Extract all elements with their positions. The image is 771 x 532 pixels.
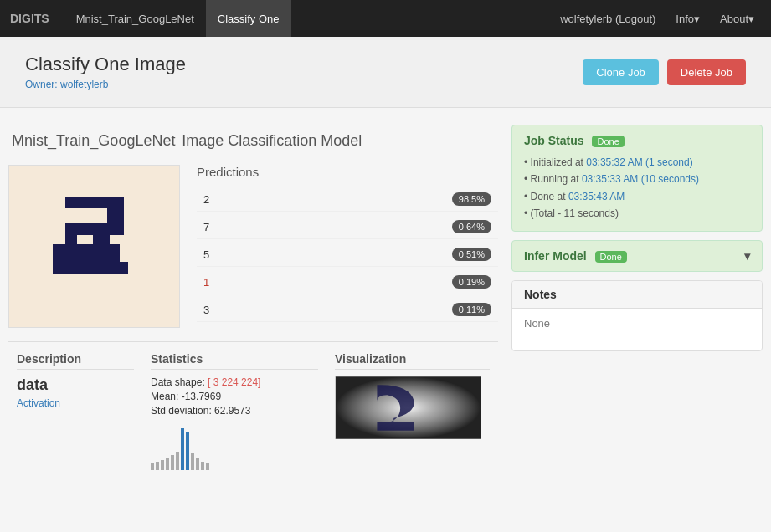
activation-label[interactable]: Activation [17,397,134,409]
job-status-item-2: Running at 03:35:33 AM (10 seconds) [524,171,750,187]
infer-model-label: Infer Model [524,249,587,263]
infer-model-box[interactable]: Infer Model Done ▾ [511,240,763,272]
svg-rect-9 [93,233,110,248]
job-status-item-4: (Total - 11 seconds) [524,205,750,222]
bar-7 [181,428,184,470]
job-status-item-1: Initialized at 03:35:32 AM (1 second) [524,154,750,171]
bar-10 [196,458,199,470]
prediction-row: 3 0.11% [197,298,498,322]
prediction-row: 5 0.51% [197,243,498,267]
statistics-header: Statistics [151,352,318,370]
delete-job-button[interactable]: Delete Job [667,59,746,85]
job-status-title: Job Status Done [524,134,750,147]
image-predictions-section: Predictions 2 98.5% 7 0.64% 5 0.51% [8,165,498,328]
description-column: Description data Activation [17,352,134,470]
page-header: Classify One Image Owner: wolfetylerb Cl… [0,37,771,108]
navbar-info[interactable]: Info▾ [669,13,707,25]
header-buttons: Clone Job Delete Job [583,59,746,85]
bar-4 [166,458,169,470]
owner-label: Owner: [25,79,58,90]
pred-value-3: 0.19% [452,275,491,289]
left-panel: Mnist_Train_GoogLeNet Image Classificati… [8,125,498,470]
data-label: data [17,376,134,394]
navbar: DIGITS Mnist_Train_GoogLeNet Classify On… [0,0,771,37]
mean-value: -13.7969 [182,391,221,402]
bar-5 [171,455,174,470]
notes-header: Notes [512,281,762,309]
navbar-item-classify-one[interactable]: Classify One [206,0,291,37]
bar-2 [156,462,159,470]
navbar-about[interactable]: About▾ [713,13,761,25]
digit-image [36,182,153,311]
page-title: Classify One Image [25,54,186,75]
visualization-image [335,376,481,439]
job-status-item-3: Done at 03:35:43 AM [524,188,750,205]
pred-value-2: 0.51% [452,248,491,261]
mean-label: Mean: [151,391,178,402]
visualization-header: Visualization [335,352,490,370]
main-content: Mnist_Train_GoogLeNet Image Classificati… [0,108,771,478]
owner-info: Owner: wolfetylerb [25,79,186,90]
shape-value: [ 3 224 224] [208,376,260,388]
std-label: Std deviation: [151,405,212,417]
navbar-user[interactable]: wolfetylerb (Logout) [553,13,662,25]
pred-label-0: 2 [203,193,237,206]
initialized-time: 03:35:32 AM (1 second) [586,156,692,168]
prediction-row: 1 0.19% [197,270,498,294]
bar-3 [161,460,164,470]
digit-image-box [8,165,180,328]
mini-bar-chart [151,420,293,470]
infer-done-badge: Done [595,251,627,263]
pred-label-4: 3 [203,304,237,316]
navbar-brand: DIGITS [10,12,49,25]
bar-1 [151,463,154,470]
pred-value-1: 0.64% [452,220,491,233]
model-type: Image Classification Model [182,132,362,149]
visualization-column: Visualization [335,352,490,470]
bottom-section: Description data Activation Statistics D… [8,341,498,470]
std-row: Std deviation: 62.9573 [151,405,318,417]
prediction-row: 2 98.5% [197,187,498,212]
bar-12 [206,463,209,470]
pred-label-1: 7 [203,221,237,233]
bar-9 [191,453,194,470]
model-name: Mnist_Train_GoogLeNet [12,132,175,149]
shape-label: Data shape: [151,376,205,388]
notes-box: Notes None [511,280,763,351]
model-title: Mnist_Train_GoogLeNet Image Classificati… [12,125,498,151]
std-value: 62.9573 [214,405,250,417]
running-text: Running at [531,173,582,185]
clone-job-button[interactable]: Clone Job [583,59,659,85]
pred-value-4: 0.11% [452,303,491,316]
predictions-title: Predictions [197,165,498,179]
pred-value-0: 98.5% [452,192,491,206]
bar-6 [176,452,179,470]
svg-rect-7 [53,262,128,274]
done-text: Done at [531,191,568,202]
page-header-left: Classify One Image Owner: wolfetylerb [25,54,186,90]
owner-name[interactable]: wolfetylerb [60,79,108,90]
infer-arrow-icon: ▾ [744,249,750,263]
navbar-item-mnist[interactable]: Mnist_Train_GoogLeNet [64,0,206,37]
job-status-list: Initialized at 03:35:32 AM (1 second) Ru… [524,154,750,223]
bar-11 [201,462,204,470]
statistics-column: Statistics Data shape: [ 3 224 224] Mean… [151,352,318,470]
pred-label-3: 1 [203,276,237,289]
done-time: 03:35:43 AM [568,191,625,202]
navbar-right: wolfetylerb (Logout) Info▾ About▾ [553,13,761,25]
running-time: 03:35:33 AM (10 seconds) [582,173,699,185]
data-shape-row: Data shape: [ 3 224 224] [151,376,318,388]
predictions-box: Predictions 2 98.5% 7 0.64% 5 0.51% [197,165,498,328]
viz-svg [336,376,481,439]
bar-8 [186,432,189,470]
prediction-row: 7 0.64% [197,215,498,239]
job-status-label: Job Status [524,134,584,147]
description-header: Description [17,352,134,370]
job-status-box: Job Status Done Initialized at 03:35:32 … [511,125,763,232]
notes-content: None [512,309,762,350]
infer-model-title: Infer Model Done ▾ [524,249,750,263]
right-panel: Job Status Done Initialized at 03:35:32 … [511,125,763,470]
job-status-badge: Done [592,136,624,147]
initialized-text: Initialized at [531,156,587,168]
mean-row: Mean: -13.7969 [151,391,318,402]
